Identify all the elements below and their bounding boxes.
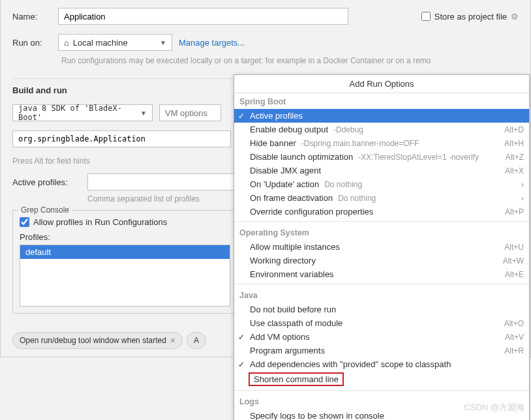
section-os: Operating System bbox=[234, 224, 529, 240]
item-shorten-command-line[interactable]: Shorten command line bbox=[249, 372, 344, 386]
item-no-build[interactable]: Do not build before run bbox=[234, 303, 529, 316]
item-use-classpath[interactable]: Use classpath of moduleAlt+O bbox=[234, 316, 529, 330]
close-icon[interactable]: × bbox=[170, 335, 175, 346]
section-java: Java bbox=[234, 287, 529, 303]
run-on-label: Run on: bbox=[12, 38, 52, 48]
check-icon: ✓ bbox=[238, 360, 245, 369]
active-profiles-input[interactable] bbox=[87, 173, 257, 190]
item-override-config[interactable]: Override configuration propertiesAlt+P bbox=[234, 205, 529, 218]
add-run-options-popup: Add Run Options Spring Boot ✓Active prof… bbox=[234, 74, 530, 420]
profiles-label: Profiles: bbox=[20, 232, 230, 242]
grep-console-group: Grep Console Allow profiles in Run Confi… bbox=[12, 210, 237, 314]
allow-profiles-label: Allow profiles in Run Configurations bbox=[33, 217, 167, 227]
open-tool-window-pill[interactable]: Open run/debug tool window when started … bbox=[12, 332, 183, 349]
item-hide-banner[interactable]: Hide banner-Dspring.main.banner-mode=OFF… bbox=[234, 136, 529, 150]
item-program-args[interactable]: Program argumentsAlt+R bbox=[234, 344, 529, 357]
run-on-value: Local machine bbox=[73, 38, 128, 48]
allow-profiles-checkbox[interactable] bbox=[20, 217, 29, 227]
divider bbox=[234, 390, 529, 391]
vm-options-input[interactable] bbox=[159, 104, 221, 121]
profiles-list[interactable]: default bbox=[20, 245, 230, 307]
manage-targets-link[interactable]: Manage targets... bbox=[179, 38, 245, 48]
main-class-input[interactable] bbox=[12, 130, 231, 147]
home-icon: ⌂ bbox=[64, 38, 69, 48]
item-add-vm[interactable]: ✓Add VM optionsAlt+V bbox=[234, 330, 529, 344]
chevron-down-icon: ▼ bbox=[140, 110, 147, 117]
divider bbox=[234, 221, 529, 222]
item-allow-multiple[interactable]: Allow multiple instancesAlt+U bbox=[234, 240, 529, 254]
item-working-dir[interactable]: Working directoryAlt+W bbox=[234, 254, 529, 267]
check-icon: ✓ bbox=[238, 333, 245, 342]
store-label: Store as project file bbox=[434, 12, 507, 22]
item-enable-debug[interactable]: Enable debug output-DdebugAlt+D bbox=[234, 123, 529, 136]
item-env-vars[interactable]: Environment variablesAlt+E bbox=[234, 267, 529, 281]
watermark: CSDN @方淵海 bbox=[464, 402, 524, 413]
divider bbox=[234, 284, 529, 284]
section-spring-boot: Spring Boot bbox=[234, 93, 529, 109]
pill-2[interactable]: A bbox=[187, 332, 206, 349]
item-add-deps[interactable]: ✓Add dependencies with "provided" scope … bbox=[234, 357, 529, 371]
check-icon: ✓ bbox=[238, 112, 245, 121]
popup-title: Add Run Options bbox=[234, 75, 529, 93]
pill-label: Open run/debug tool window when started bbox=[20, 336, 166, 345]
sdk-dropdown[interactable]: java 8 SDK of 'BladeX-Boot' ▼ bbox=[12, 104, 153, 121]
item-on-frame[interactable]: On frame deactivationDo nothing› bbox=[234, 191, 529, 205]
item-on-update[interactable]: On 'Update' actionDo nothing› bbox=[234, 177, 529, 191]
gear-icon[interactable]: ⚙ bbox=[511, 12, 519, 22]
item-disable-launch[interactable]: Disable launch optimization-XX:TieredSto… bbox=[234, 150, 529, 164]
chevron-down-icon: ▼ bbox=[160, 39, 166, 46]
grep-title: Grep Console bbox=[18, 205, 72, 215]
active-profiles-label: Active profiles: bbox=[12, 177, 81, 187]
item-active-profiles[interactable]: ✓Active profiles bbox=[234, 109, 529, 123]
profile-item-default[interactable]: default bbox=[20, 245, 230, 259]
item-disable-jmx[interactable]: Disable JMX agentAlt+X bbox=[234, 164, 529, 177]
run-on-dropdown[interactable]: ⌂ Local machine ▼ bbox=[58, 34, 172, 51]
name-input[interactable] bbox=[58, 8, 348, 25]
run-on-hint: Run configurations may be executed local… bbox=[61, 55, 519, 67]
store-checkbox[interactable] bbox=[421, 12, 431, 21]
name-label: Name: bbox=[12, 12, 52, 22]
sdk-value: java 8 SDK of 'BladeX-Boot' bbox=[18, 104, 136, 122]
